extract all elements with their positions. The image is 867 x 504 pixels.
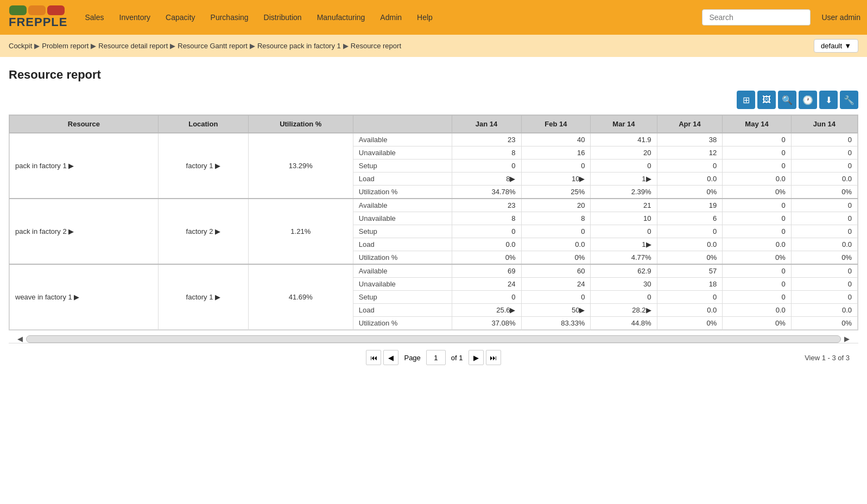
value-cell-jan14: 8 [452,212,521,225]
value-cell-feb14: 25% [521,186,591,199]
breadcrumb-bar: Cockpit ▶ Problem report ▶ Resource deta… [0,35,867,57]
metric-label-cell: Load [353,304,452,317]
value-cell-apr14: 0 [657,291,723,304]
value-cell-mar14: 0 [591,291,657,304]
location-cell[interactable]: factory 2 ▶ [158,199,248,264]
metric-label-cell: Utilization % [353,317,452,330]
value-cell-mar14: 44.8% [591,317,657,330]
chart-view-button[interactable]: 🖼 [757,91,776,109]
value-cell-jun14: 0.0 [791,173,857,186]
value-cell-mar14: 2.39% [591,186,657,199]
metric-label-cell: Available [353,199,452,212]
value-cell-apr14: 0.0 [657,304,723,317]
value-cell-jun14: 0% [791,317,857,330]
main-content: Resource report ⊞ 🖼 🔍 🕐 ⬇ 🔧 Resource Loc… [0,57,867,382]
scroll-left-arrow[interactable]: ◀ [17,335,23,343]
breadcrumb-cockpit[interactable]: Cockpit [9,42,32,50]
nav-sales[interactable]: Sales [77,9,111,26]
grid-icon: ⊞ [743,95,750,105]
scrollbar-track[interactable] [26,335,841,343]
breadcrumb-problem-report[interactable]: Problem report [42,42,88,50]
nav-distribution[interactable]: Distribution [256,9,309,26]
value-cell-feb14: 0% [521,251,591,265]
col-feb14: Feb 14 [521,116,591,133]
image-icon: 🖼 [762,95,771,105]
history-button[interactable]: 🕐 [799,91,817,109]
value-cell-jan14: 0% [452,251,521,265]
table-body: pack in factory 1 ▶factory 1 ▶13.29%Avai… [10,133,858,330]
location-cell[interactable]: factory 1 ▶ [158,264,248,330]
resource-name-cell[interactable]: pack in factory 1 ▶ [10,133,159,199]
nav-manufacturing[interactable]: Manufacturing [309,9,373,26]
location-cell[interactable]: factory 1 ▶ [158,133,248,199]
col-location: Location [158,116,248,133]
value-cell-jan14: 24 [452,278,521,291]
value-cell-feb14: 60 [521,264,591,278]
value-cell-may14: 0 [723,225,791,238]
table-row: pack in factory 2 ▶factory 2 ▶1.21%Avail… [10,199,858,212]
settings-button[interactable]: 🔧 [840,91,858,109]
of-label: of 1 [451,354,463,362]
value-cell-apr14: 6 [657,212,723,225]
download-button[interactable]: ⬇ [819,91,838,109]
col-resource: Resource [10,116,159,133]
top-navigation: FREPPLE Sales Inventory Capacity Purchas… [0,0,867,35]
search-input[interactable] [702,9,811,25]
utilization-cell: 13.29% [248,133,353,199]
value-cell-feb14: 24 [521,278,591,291]
resource-name-cell[interactable]: weave in factory 1 ▶ [10,264,159,330]
value-cell-may14: 0.0 [723,304,791,317]
breadcrumb-resource-detail[interactable]: Resource detail report [98,42,168,50]
value-cell-may14: 0% [723,186,791,199]
value-cell-may14: 0.0 [723,173,791,186]
page-number-input[interactable] [426,350,446,365]
value-cell-jun14: 0 [791,278,857,291]
value-cell-feb14: 0 [521,291,591,304]
default-scenario-button[interactable]: default ▼ [814,39,858,53]
resource-name-cell[interactable]: pack in factory 2 ▶ [10,199,159,264]
value-cell-feb14: 50▶ [521,304,591,317]
metric-label-cell: Unavailable [353,146,452,160]
col-apr14: Apr 14 [657,116,723,133]
value-cell-mar14: 28.2▶ [591,304,657,317]
chevron-down-icon: ▼ [844,42,851,50]
next-page-button[interactable]: ▶ [469,350,484,365]
value-cell-mar14: 21 [591,199,657,212]
grid-view-button[interactable]: ⊞ [737,91,755,109]
value-cell-jun14: 0 [791,291,857,304]
logo[interactable]: FREPPLE [7,5,67,29]
resource-table-container: Resource Location Utilization % Jan 14 F… [9,114,858,330]
value-cell-feb14: 8 [521,212,591,225]
value-cell-mar14: 4.77% [591,251,657,265]
last-page-button[interactable]: ⏭ [486,350,501,365]
utilization-cell: 41.69% [248,264,353,330]
value-cell-may14: 0% [723,251,791,265]
nav-capacity[interactable]: Capacity [158,9,202,26]
nav-admin[interactable]: Admin [372,9,409,26]
value-cell-jun14: 0 [791,160,857,173]
table-row: pack in factory 1 ▶factory 1 ▶13.29%Avai… [10,133,858,146]
metric-label-cell: Setup [353,225,452,238]
prev-page-button[interactable]: ◀ [383,350,398,365]
metric-label-cell: Available [353,133,452,146]
breadcrumb-pack-factory[interactable]: Resource pack in factory 1 [257,42,341,50]
breadcrumb-sep-1: ▶ [34,42,40,50]
download-icon: ⬇ [825,95,832,105]
search-filter-button[interactable]: 🔍 [778,91,796,109]
breadcrumb-gantt[interactable]: Resource Gantt report [178,42,248,50]
nav-inventory[interactable]: Inventory [112,9,159,26]
table-header-row: Resource Location Utilization % Jan 14 F… [10,116,858,133]
nav-help[interactable]: Help [409,9,440,26]
first-page-button[interactable]: ⏮ [366,350,381,365]
breadcrumb-sep-3: ▶ [170,42,175,50]
utilization-cell: 1.21% [248,199,353,264]
user-admin-link[interactable]: User admin [821,13,860,22]
value-cell-jan14: 37.08% [452,317,521,330]
pagination-bar: ⏮ ◀ Page of 1 ▶ ⏭ View 1 - 3 of 3 [9,343,858,372]
value-cell-apr14: 0.0 [657,238,723,251]
value-cell-apr14: 0 [657,160,723,173]
scroll-right-arrow[interactable]: ▶ [844,335,850,343]
metric-label-cell: Utilization % [353,251,452,265]
value-cell-may14: 0 [723,278,791,291]
nav-purchasing[interactable]: Purchasing [203,9,256,26]
